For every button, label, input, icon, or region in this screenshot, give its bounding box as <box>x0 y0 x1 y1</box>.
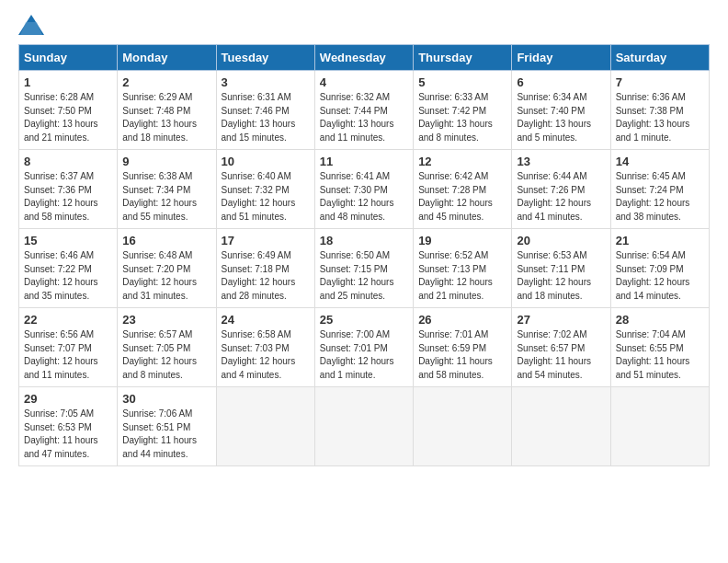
day-number: 28 <box>616 313 704 327</box>
calendar-cell: 30 Sunrise: 7:06 AM Sunset: 6:51 PM Dayl… <box>118 387 216 466</box>
day-info: Sunrise: 6:58 AM Sunset: 7:03 PM Dayligh… <box>222 328 310 382</box>
day-header-thursday: Thursday <box>414 45 512 71</box>
day-number: 13 <box>517 155 605 168</box>
calendar-cell: 16 Sunrise: 6:48 AM Sunset: 7:20 PM Dayl… <box>118 229 216 308</box>
calendar-cell: 1 Sunrise: 6:28 AM Sunset: 7:50 PM Dayli… <box>19 71 118 150</box>
day-number: 3 <box>222 75 310 89</box>
calendar-cell: 7 Sunrise: 6:36 AM Sunset: 7:38 PM Dayli… <box>610 71 709 150</box>
calendar-cell: 8 Sunrise: 6:37 AM Sunset: 7:36 PM Dayli… <box>19 150 118 229</box>
calendar-cell: 15 Sunrise: 6:46 AM Sunset: 7:22 PM Dayl… <box>19 229 118 308</box>
page-header <box>18 15 710 35</box>
calendar-cell: 23 Sunrise: 6:57 AM Sunset: 7:05 PM Dayl… <box>118 308 216 387</box>
day-info: Sunrise: 6:48 AM Sunset: 7:20 PM Dayligh… <box>122 249 210 303</box>
day-info: Sunrise: 6:37 AM Sunset: 7:36 PM Dayligh… <box>24 170 112 224</box>
day-info: Sunrise: 7:00 AM Sunset: 7:01 PM Dayligh… <box>320 328 408 382</box>
calendar-cell: 24 Sunrise: 6:58 AM Sunset: 7:03 PM Dayl… <box>216 308 314 387</box>
day-number: 29 <box>24 392 112 406</box>
day-info: Sunrise: 7:06 AM Sunset: 6:51 PM Dayligh… <box>122 408 210 461</box>
calendar-cell: 11 Sunrise: 6:41 AM Sunset: 7:30 PM Dayl… <box>314 150 413 229</box>
calendar-cell <box>216 387 314 466</box>
calendar-week-row: 15 Sunrise: 6:46 AM Sunset: 7:22 PM Dayl… <box>19 229 710 308</box>
day-number: 21 <box>616 234 704 247</box>
calendar-cell: 28 Sunrise: 7:04 AM Sunset: 6:55 PM Dayl… <box>610 308 709 387</box>
day-number: 2 <box>122 75 210 89</box>
calendar-cell: 6 Sunrise: 6:34 AM Sunset: 7:40 PM Dayli… <box>512 71 610 150</box>
calendar-cell: 20 Sunrise: 6:53 AM Sunset: 7:11 PM Dayl… <box>512 229 610 308</box>
calendar-cell <box>414 387 512 466</box>
day-number: 25 <box>320 313 408 327</box>
day-number: 24 <box>222 313 310 327</box>
calendar-cell: 17 Sunrise: 6:49 AM Sunset: 7:18 PM Dayl… <box>216 229 314 308</box>
day-info: Sunrise: 6:46 AM Sunset: 7:22 PM Dayligh… <box>24 249 112 303</box>
day-info: Sunrise: 6:31 AM Sunset: 7:46 PM Dayligh… <box>222 91 310 144</box>
calendar-cell: 29 Sunrise: 7:05 AM Sunset: 6:53 PM Dayl… <box>19 387 118 466</box>
day-number: 7 <box>616 75 704 89</box>
day-number: 18 <box>320 234 408 247</box>
day-info: Sunrise: 6:54 AM Sunset: 7:09 PM Dayligh… <box>616 249 704 303</box>
day-number: 26 <box>418 313 506 327</box>
day-info: Sunrise: 7:04 AM Sunset: 6:55 PM Dayligh… <box>616 328 704 382</box>
day-number: 16 <box>122 234 210 247</box>
day-info: Sunrise: 6:40 AM Sunset: 7:32 PM Dayligh… <box>222 170 310 224</box>
day-info: Sunrise: 6:53 AM Sunset: 7:11 PM Dayligh… <box>517 249 605 303</box>
day-number: 23 <box>122 313 210 327</box>
calendar-cell: 10 Sunrise: 6:40 AM Sunset: 7:32 PM Dayl… <box>216 150 314 229</box>
day-info: Sunrise: 6:49 AM Sunset: 7:18 PM Dayligh… <box>222 249 310 303</box>
calendar-cell <box>512 387 610 466</box>
calendar-header-row: SundayMondayTuesdayWednesdayThursdayFrid… <box>19 45 710 71</box>
calendar-cell: 21 Sunrise: 6:54 AM Sunset: 7:09 PM Dayl… <box>610 229 709 308</box>
logo <box>18 15 48 35</box>
day-header-monday: Monday <box>118 45 216 71</box>
day-number: 9 <box>122 155 210 168</box>
day-info: Sunrise: 6:33 AM Sunset: 7:42 PM Dayligh… <box>418 91 506 144</box>
day-header-wednesday: Wednesday <box>314 45 413 71</box>
calendar-week-row: 8 Sunrise: 6:37 AM Sunset: 7:36 PM Dayli… <box>19 150 710 229</box>
day-info: Sunrise: 7:01 AM Sunset: 6:59 PM Dayligh… <box>418 328 506 382</box>
day-info: Sunrise: 6:28 AM Sunset: 7:50 PM Dayligh… <box>24 91 112 144</box>
day-number: 12 <box>418 155 506 168</box>
calendar-cell: 25 Sunrise: 7:00 AM Sunset: 7:01 PM Dayl… <box>314 308 413 387</box>
calendar-cell: 12 Sunrise: 6:42 AM Sunset: 7:28 PM Dayl… <box>414 150 512 229</box>
day-number: 20 <box>517 234 605 247</box>
logo-icon <box>18 15 44 35</box>
day-number: 17 <box>222 234 310 247</box>
calendar-cell: 26 Sunrise: 7:01 AM Sunset: 6:59 PM Dayl… <box>414 308 512 387</box>
calendar-cell: 9 Sunrise: 6:38 AM Sunset: 7:34 PM Dayli… <box>118 150 216 229</box>
day-info: Sunrise: 6:32 AM Sunset: 7:44 PM Dayligh… <box>320 91 408 144</box>
calendar-week-row: 1 Sunrise: 6:28 AM Sunset: 7:50 PM Dayli… <box>19 71 710 150</box>
day-number: 5 <box>418 75 506 89</box>
day-info: Sunrise: 6:41 AM Sunset: 7:30 PM Dayligh… <box>320 170 408 224</box>
day-number: 27 <box>517 313 605 327</box>
calendar-cell: 3 Sunrise: 6:31 AM Sunset: 7:46 PM Dayli… <box>216 71 314 150</box>
calendar-week-row: 29 Sunrise: 7:05 AM Sunset: 6:53 PM Dayl… <box>19 387 710 466</box>
day-info: Sunrise: 7:02 AM Sunset: 6:57 PM Dayligh… <box>517 328 605 382</box>
calendar-cell: 2 Sunrise: 6:29 AM Sunset: 7:48 PM Dayli… <box>118 71 216 150</box>
calendar-cell <box>610 387 709 466</box>
day-info: Sunrise: 6:34 AM Sunset: 7:40 PM Dayligh… <box>517 91 605 144</box>
day-number: 6 <box>517 75 605 89</box>
day-header-sunday: Sunday <box>19 45 118 71</box>
calendar-cell: 13 Sunrise: 6:44 AM Sunset: 7:26 PM Dayl… <box>512 150 610 229</box>
day-number: 22 <box>24 313 112 327</box>
calendar-cell: 4 Sunrise: 6:32 AM Sunset: 7:44 PM Dayli… <box>314 71 413 150</box>
day-info: Sunrise: 6:42 AM Sunset: 7:28 PM Dayligh… <box>418 170 506 224</box>
day-header-tuesday: Tuesday <box>216 45 314 71</box>
calendar-cell: 19 Sunrise: 6:52 AM Sunset: 7:13 PM Dayl… <box>414 229 512 308</box>
day-info: Sunrise: 6:50 AM Sunset: 7:15 PM Dayligh… <box>320 249 408 303</box>
day-info: Sunrise: 6:38 AM Sunset: 7:34 PM Dayligh… <box>122 170 210 224</box>
day-info: Sunrise: 6:52 AM Sunset: 7:13 PM Dayligh… <box>418 249 506 303</box>
day-number: 15 <box>24 234 112 247</box>
calendar-cell: 22 Sunrise: 6:56 AM Sunset: 7:07 PM Dayl… <box>19 308 118 387</box>
day-info: Sunrise: 6:57 AM Sunset: 7:05 PM Dayligh… <box>122 328 210 382</box>
day-info: Sunrise: 6:44 AM Sunset: 7:26 PM Dayligh… <box>517 170 605 224</box>
day-info: Sunrise: 6:56 AM Sunset: 7:07 PM Dayligh… <box>24 328 112 382</box>
day-number: 1 <box>24 75 112 89</box>
calendar-cell: 14 Sunrise: 6:45 AM Sunset: 7:24 PM Dayl… <box>610 150 709 229</box>
day-info: Sunrise: 6:29 AM Sunset: 7:48 PM Dayligh… <box>122 91 210 144</box>
calendar-body: 1 Sunrise: 6:28 AM Sunset: 7:50 PM Dayli… <box>19 71 710 466</box>
day-header-saturday: Saturday <box>610 45 709 71</box>
day-number: 11 <box>320 155 408 168</box>
day-info: Sunrise: 7:05 AM Sunset: 6:53 PM Dayligh… <box>24 408 112 461</box>
day-info: Sunrise: 6:36 AM Sunset: 7:38 PM Dayligh… <box>616 91 704 144</box>
calendar-week-row: 22 Sunrise: 6:56 AM Sunset: 7:07 PM Dayl… <box>19 308 710 387</box>
